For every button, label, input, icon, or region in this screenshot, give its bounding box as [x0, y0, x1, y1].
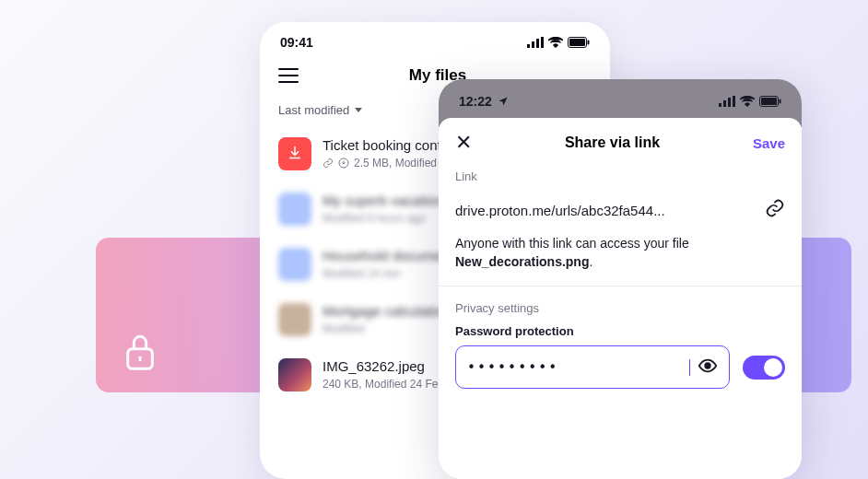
copy-link-button[interactable]: [765, 198, 785, 222]
battery-icon: [568, 37, 590, 48]
svg-rect-10: [719, 103, 721, 107]
sheet-title: Share via link: [565, 134, 660, 151]
status-icons: [527, 37, 590, 48]
image-thumbnail: [278, 358, 311, 391]
save-button[interactable]: Save: [753, 135, 785, 151]
svg-point-17: [705, 363, 710, 368]
svg-rect-11: [723, 100, 726, 107]
link-description: Anyone with this link can access your fi…: [439, 235, 802, 286]
folder-icon: [278, 193, 311, 226]
share-sheet-screen: 12:22 ✕ Share via link Save Link drive.p…: [439, 79, 802, 479]
svg-rect-16: [780, 99, 781, 104]
svg-rect-12: [728, 98, 731, 107]
link-icon: [323, 158, 334, 169]
link-section-label: Link: [439, 164, 802, 185]
cellular-icon: [527, 37, 544, 48]
chevron-down-icon: [355, 108, 362, 112]
document-icon: [278, 303, 311, 336]
share-link-url[interactable]: drive.proton.me/urls/abc32fa544...: [455, 203, 752, 218]
reveal-password-button[interactable]: [698, 356, 718, 379]
svg-rect-15: [761, 98, 777, 105]
svg-rect-8: [588, 41, 590, 45]
close-button[interactable]: ✕: [455, 133, 472, 153]
status-bar: 09:41: [260, 22, 610, 57]
svg-rect-3: [532, 41, 534, 48]
location-icon: [498, 96, 509, 107]
file-meta: 240 KB, Modified 24 Feb: [323, 378, 444, 391]
svg-rect-2: [527, 44, 530, 48]
link-icon: [765, 198, 785, 218]
status-time: 12:22: [459, 94, 492, 109]
shared-filename: New_decorations.png: [455, 254, 589, 269]
sort-label: Last modified: [278, 103, 349, 117]
svg-rect-13: [733, 96, 735, 107]
file-meta: Modified: [323, 322, 450, 335]
wifi-icon: [740, 96, 755, 107]
folder-icon: [278, 248, 311, 281]
file-title: IMG_63262.jpeg: [323, 358, 444, 374]
lock-icon: [122, 330, 158, 374]
eye-icon: [698, 356, 718, 376]
svg-rect-4: [536, 39, 539, 48]
privacy-section-label: Privacy settings: [455, 301, 785, 324]
pdf-icon: [278, 137, 311, 170]
status-icons: [719, 96, 781, 107]
svg-rect-5: [541, 37, 544, 48]
password-input[interactable]: •••••••••: [455, 345, 730, 389]
file-meta: Modified 6 hours ago: [323, 212, 442, 225]
text-caret: [689, 359, 690, 376]
status-time: 09:41: [280, 35, 313, 50]
file-title: Mortgage calculation: [323, 303, 450, 319]
cellular-icon: [719, 96, 735, 107]
password-protection-label: Password protection: [455, 324, 785, 338]
password-mask: •••••••••: [467, 359, 689, 376]
password-toggle[interactable]: [743, 356, 785, 380]
wifi-icon: [548, 37, 563, 48]
share-sheet: ✕ Share via link Save Link drive.proton.…: [439, 118, 802, 479]
download-icon: [338, 158, 349, 169]
battery-icon: [759, 96, 781, 107]
file-title: My superb vacation: [323, 193, 442, 208]
svg-rect-7: [569, 39, 585, 46]
